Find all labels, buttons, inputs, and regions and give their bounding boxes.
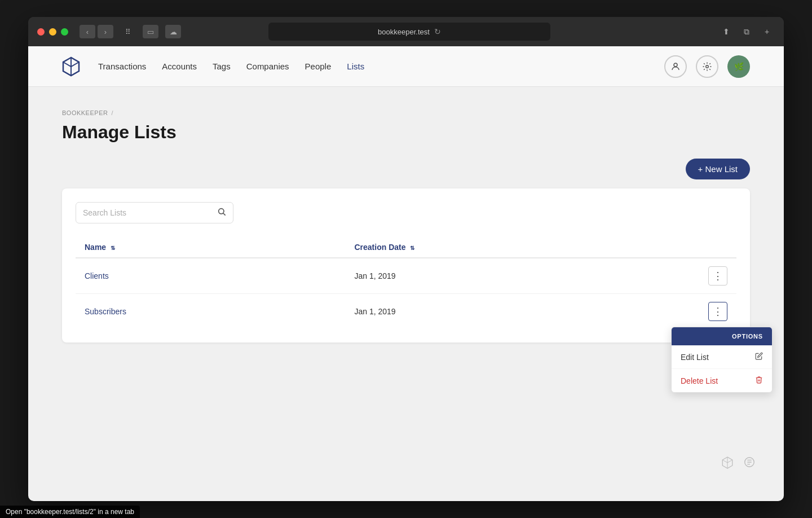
table-row: Subscribers Jan 1, 2019 ⋮ OPTIONS Edit	[76, 294, 736, 330]
edit-list-item[interactable]: Edit List	[672, 345, 772, 369]
footer-chat-icon	[743, 456, 756, 473]
navbar: Transactions Accounts Tags Companies Peo…	[28, 46, 784, 87]
nav-tags[interactable]: Tags	[213, 62, 231, 71]
address-bar[interactable]: bookkeeper.test ↻	[268, 23, 550, 41]
options-dropdown: OPTIONS Edit List	[671, 327, 773, 393]
new-list-button[interactable]: + New List	[686, 159, 750, 179]
nav-companies[interactable]: Companies	[246, 62, 289, 71]
status-bar: Open "bookkeeper.test/lists/2" in a new …	[0, 506, 140, 518]
column-creation-date[interactable]: Creation Date ⇅	[345, 237, 699, 258]
options-button-clients[interactable]: ⋮	[708, 266, 727, 286]
breadcrumb-separator: /	[111, 109, 113, 116]
page-content: Transactions Accounts Tags Companies Peo…	[28, 46, 784, 501]
avatar[interactable]: 🌿	[727, 55, 750, 78]
main-content: BOOKKEEPER / Manage Lists + New List	[28, 87, 784, 365]
traffic-lights	[37, 28, 68, 36]
search-bar[interactable]	[76, 202, 233, 223]
duplicate-button[interactable]: ⧉	[739, 25, 754, 38]
svg-point-0	[674, 63, 677, 67]
browser-window: ‹ › ⠿ ▭ ☁ bookkeeper.test ↻ ⬆ ⧉ +	[28, 17, 784, 501]
row-action-cell-1: ⋮	[699, 258, 736, 294]
nav-accounts[interactable]: Accounts	[162, 62, 197, 71]
reload-icon: ↻	[434, 27, 441, 36]
maximize-traffic-light[interactable]	[61, 28, 68, 36]
back-button[interactable]: ‹	[80, 25, 95, 38]
breadcrumb: BOOKKEEPER /	[62, 109, 750, 116]
sidebar-button[interactable]: ▭	[143, 25, 158, 38]
list-date-cell-subscribers: Jan 1, 2019	[345, 294, 699, 330]
browser-titlebar: ‹ › ⠿ ▭ ☁ bookkeeper.test ↻ ⬆ ⧉ +	[28, 17, 784, 46]
sort-arrows-name: ⇅	[111, 245, 115, 251]
footer-icons	[722, 456, 756, 473]
sort-arrows-date: ⇅	[410, 245, 414, 251]
svg-line-3	[223, 213, 226, 216]
list-name-link-subscribers[interactable]: Subscribers	[85, 307, 126, 316]
nav-lists[interactable]: Lists	[347, 62, 364, 71]
toolbar: + New List	[62, 159, 750, 179]
nav-right-icons: 🌿	[664, 55, 750, 78]
svg-point-2	[219, 209, 224, 214]
search-button[interactable]	[217, 207, 226, 218]
search-input[interactable]	[83, 208, 217, 217]
column-name[interactable]: Name ⇅	[76, 237, 345, 258]
close-traffic-light[interactable]	[37, 28, 45, 36]
table-card: Name ⇅ Creation Date ⇅	[62, 188, 750, 343]
svg-point-1	[706, 65, 709, 68]
list-name-cell: Clients	[76, 258, 345, 294]
nav-links: Transactions Accounts Tags Companies Peo…	[98, 62, 664, 71]
edit-icon	[755, 352, 763, 362]
table-row: Clients Jan 1, 2019 ⋮	[76, 258, 736, 294]
list-name-cell-subscribers: Subscribers	[76, 294, 345, 330]
new-tab-button[interactable]: +	[759, 25, 775, 38]
footer-logo-icon	[722, 456, 733, 473]
settings-icon-button[interactable]	[696, 55, 718, 78]
nav-people[interactable]: People	[305, 62, 332, 71]
user-icon-button[interactable]	[664, 55, 687, 78]
data-table: Name ⇅ Creation Date ⇅	[76, 237, 736, 329]
forward-button[interactable]: ›	[98, 25, 113, 38]
breadcrumb-parent: BOOKKEEPER	[62, 109, 108, 116]
options-button-subscribers[interactable]: ⋮	[708, 302, 727, 321]
delete-icon	[755, 376, 763, 385]
list-date-cell: Jan 1, 2019	[345, 258, 699, 294]
grid-view-button[interactable]: ⠿	[120, 25, 136, 38]
cloud-button[interactable]: ☁	[165, 25, 181, 38]
minimize-traffic-light[interactable]	[49, 28, 56, 36]
list-name-link-clients[interactable]: Clients	[85, 271, 109, 280]
delete-list-item[interactable]: Delete List	[672, 369, 772, 392]
nav-transactions[interactable]: Transactions	[98, 62, 146, 71]
browser-right-controls: ⬆ ⧉ +	[718, 25, 775, 38]
status-text: Open "bookkeeper.test/lists/2" in a new …	[6, 508, 134, 516]
row-action-cell-2: ⋮ OPTIONS Edit List	[699, 294, 736, 330]
dropdown-header: OPTIONS	[672, 327, 772, 345]
url-text: bookkeeper.test	[378, 28, 430, 36]
browser-nav-controls: ‹ ›	[80, 25, 113, 38]
share-button[interactable]: ⬆	[718, 25, 734, 38]
column-actions	[699, 237, 736, 258]
page-title: Manage Lists	[62, 122, 750, 143]
logo[interactable]	[62, 56, 80, 77]
